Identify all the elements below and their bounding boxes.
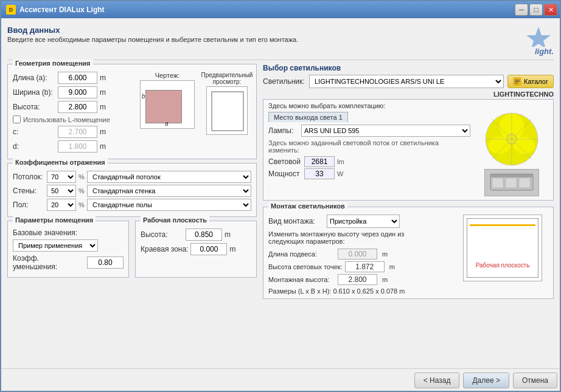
page-title: Ввод данных (7, 26, 298, 35)
params-title: Параметры помещения (13, 216, 96, 224)
c-input[interactable] (58, 126, 97, 138)
wp-height-input[interactable] (186, 229, 222, 241)
floor-row: Пол: 20 % Стандартные полы (13, 199, 251, 211)
hang-label: Длина подвеса: (268, 250, 335, 258)
cancel-button[interactable]: Отмена (513, 373, 557, 388)
coeff-label: Коэфф. уменьшения: (13, 254, 85, 271)
luminaire-label: Светильник: (263, 77, 305, 86)
tab-label[interactable]: Место выхода света 1 (268, 112, 348, 122)
header-text: Ввод данных Введите все необходимые пара… (7, 26, 298, 43)
catalog-icon (513, 77, 521, 86)
logo-star-icon (523, 26, 554, 47)
height-input[interactable] (58, 101, 97, 113)
window-title: Ассистент DIALux Light (19, 5, 105, 14)
svg-rect-18 (506, 178, 517, 188)
catalog-button[interactable]: Каталог (507, 75, 554, 88)
floor-label: Пол: (13, 201, 44, 209)
hang-input[interactable] (338, 249, 377, 260)
title-buttons: ─ □ ✕ (515, 4, 557, 16)
power-unit: W (337, 170, 343, 177)
luminaire-image (484, 169, 539, 196)
walls-label: Стены: (13, 187, 44, 195)
mount-preview-label: Рабочая плоскость (476, 262, 530, 269)
back-button[interactable]: < Назад (414, 373, 460, 388)
wp-height-label: Высота: (141, 230, 183, 239)
lamps-select[interactable]: ARS UNI LED 595 (301, 125, 470, 137)
power-row: Мощност W (268, 168, 470, 179)
geometry-group: Геометрия помещения Длина (a): m Шири (7, 64, 257, 159)
preview-area: Предварительный просмотр: (203, 72, 251, 155)
selection-right (475, 112, 548, 196)
ceiling-value-select[interactable]: 70 (47, 171, 76, 183)
logo-area: light. (523, 26, 554, 56)
svg-rect-20 (490, 174, 533, 177)
mount-border (467, 218, 538, 278)
params-content: Базовые значения: Пример применения Коэф… (13, 229, 124, 271)
mounting-content: Вид монтажа: Пристройка Изменить монтажн… (268, 215, 548, 295)
wp-edge-row: Краевая зона: m (141, 243, 251, 255)
geometry-section: Длина (a): m Ширина (b): m (13, 72, 251, 155)
change-text: Изменить монтажную высоту через один из … (268, 230, 427, 245)
preview-label: Предварительный просмотр: (201, 72, 253, 85)
room-label-b: b (142, 93, 145, 100)
mount-height-input[interactable] (338, 274, 377, 285)
params-group: Параметры помещения Базовые значения: Пр… (7, 221, 129, 278)
d-input[interactable] (58, 140, 97, 153)
width-unit: m (100, 88, 108, 97)
wp-height-unit: m (225, 230, 233, 239)
length-label: Длина (a): (13, 74, 55, 82)
next-button[interactable]: Далее > (463, 373, 509, 388)
wp-edge-input[interactable] (190, 243, 227, 255)
mounting-section: Монтаж светильников Вид монтажа: Пристро… (263, 207, 554, 299)
polar-diagram (484, 112, 539, 167)
walls-value-select[interactable]: 50 (47, 185, 76, 197)
room-label-a: a (165, 120, 169, 127)
light-pts-row: Высота световых точек: m (268, 261, 458, 272)
c-label: c: (13, 128, 55, 136)
ceiling-type-select[interactable]: Стандартный потолок (87, 171, 251, 183)
reflection-content: Потолок: 70 % Стандартный потолок Стены: (13, 171, 251, 211)
d-label: d: (13, 142, 55, 151)
flux-input[interactable] (304, 156, 335, 167)
close-button[interactable]: ✕ (544, 4, 557, 16)
floor-percent: % (78, 201, 85, 208)
flux-row: Световой lm (268, 156, 470, 167)
mount-height-label: Монтажная высота: (268, 276, 335, 283)
coeff-row: Коэфф. уменьшения: (13, 254, 124, 271)
length-input[interactable] (58, 72, 97, 84)
mount-type-select[interactable]: Пристройка (327, 215, 400, 228)
sizes-text: Размеры (L x B x H): 0.610 x 0.625 x 0.0… (268, 287, 458, 295)
svg-rect-4 (515, 80, 520, 81)
mount-type-row: Вид монтажа: Пристройка (268, 215, 458, 228)
hang-unit: m (382, 250, 388, 258)
svg-marker-0 (526, 27, 551, 47)
luminaire-select[interactable]: LIGHTINGTECHNOLOGIES ARS/S UNI LE (309, 75, 504, 88)
floor-type-select[interactable]: Стандартные полы (87, 199, 251, 211)
base-select-row: Пример применения (13, 239, 124, 252)
drawing-canvas: a b (140, 80, 195, 129)
l-room-checkbox[interactable] (13, 115, 21, 123)
mount-height-unit: m (382, 276, 388, 283)
floor-value-select[interactable]: 20 (47, 199, 76, 211)
maximize-button[interactable]: □ (529, 4, 543, 16)
walls-type-select[interactable]: Стандартная стенка (87, 185, 251, 197)
svg-rect-1 (212, 92, 243, 131)
light-pts-input[interactable] (345, 261, 385, 272)
power-input[interactable] (304, 168, 335, 179)
hang-row: Длина подвеса: m (268, 249, 458, 260)
flux-label: Световой (268, 157, 302, 166)
minimize-button[interactable]: ─ (515, 4, 528, 16)
main-area: Геометрия помещения Длина (a): m Шири (7, 64, 554, 363)
base-select[interactable]: Пример применения (13, 239, 98, 252)
width-input[interactable] (58, 86, 97, 98)
height-unit: m (100, 103, 108, 111)
mount-type-label: Вид монтажа: (268, 217, 323, 225)
l-room-row: Использовать L-помещение (13, 115, 132, 123)
left-panel: Геометрия помещения Длина (a): m Шири (7, 64, 257, 363)
preview-canvas (206, 86, 248, 135)
catalog-btn-label: Каталог (524, 78, 548, 85)
width-label: Ширина (b): (13, 88, 55, 97)
title-bar-left: D Ассистент DIALux Light (6, 5, 105, 15)
d-row: d: m (13, 140, 132, 153)
coeff-input[interactable] (87, 256, 124, 269)
